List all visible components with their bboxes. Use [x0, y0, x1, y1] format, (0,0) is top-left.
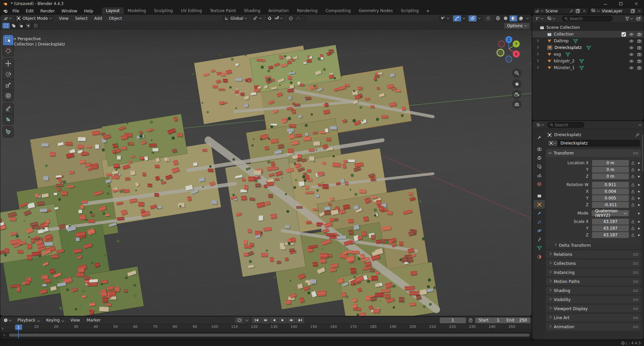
- use-preview-range-toggle[interactable]: [468, 318, 473, 323]
- viewport-menu-select[interactable]: Select: [72, 16, 91, 21]
- shading-material-preview[interactable]: [509, 15, 517, 21]
- field-value[interactable]: 43.197: [592, 219, 629, 225]
- disable-render-icon[interactable]: [637, 59, 642, 63]
- properties-tab-constraints[interactable]: [534, 235, 545, 243]
- properties-tab-particles[interactable]: [534, 218, 545, 226]
- panel-shading[interactable]: Shading: [546, 287, 641, 294]
- minimize-button[interactable]: [598, 0, 613, 7]
- timeline-menu-playback[interactable]: Playback: [14, 318, 43, 323]
- animate-dot[interactable]: [638, 234, 640, 236]
- pin-icon[interactable]: [635, 133, 640, 137]
- panel-visibility[interactable]: Visibility: [546, 296, 641, 303]
- end-frame-field[interactable]: End250: [503, 318, 530, 323]
- timeline-menu-marker[interactable]: Marker: [83, 318, 104, 323]
- tool-select-box[interactable]: [3, 35, 13, 45]
- proportional-editing[interactable]: [286, 15, 306, 21]
- hide-eye-icon[interactable]: [629, 32, 634, 37]
- viewport-menu-view[interactable]: View: [56, 16, 72, 21]
- animate-dot[interactable]: [638, 204, 640, 206]
- timeline-menu-keying[interactable]: Keying: [43, 318, 67, 323]
- timeline-menu-view[interactable]: View: [67, 318, 83, 323]
- previous-keyframe-button[interactable]: [261, 317, 269, 323]
- navigation-gizmo[interactable]: ZYX: [495, 34, 524, 63]
- tab-animation[interactable]: Animation: [264, 7, 293, 14]
- options-button[interactable]: Options: [504, 23, 530, 29]
- properties-scrollbar[interactable]: [642, 134, 643, 171]
- lock-icon[interactable]: [629, 203, 637, 207]
- panel-relations[interactable]: Relations: [546, 250, 641, 258]
- unlink-scene-button[interactable]: ✕: [582, 9, 587, 13]
- current-frame-field[interactable]: 1: [440, 318, 466, 323]
- delta-transform-subpanel[interactable]: Delta Transform: [546, 241, 641, 249]
- lock-icon[interactable]: [629, 226, 637, 231]
- disable-render-icon[interactable]: [637, 52, 642, 57]
- transform-orientation-selector[interactable]: Global: [222, 15, 249, 21]
- lock-icon[interactable]: [629, 161, 637, 165]
- shading-rendered[interactable]: [517, 15, 525, 21]
- panel-collections[interactable]: Collections: [546, 260, 641, 267]
- editor-type-button[interactable]: [2, 16, 12, 21]
- select-mode-intersect[interactable]: [32, 23, 39, 28]
- outliner-row-collection[interactable]: Collection: [532, 31, 644, 38]
- viewport-menu-object[interactable]: Object: [105, 16, 125, 21]
- field-value[interactable]: 0.004: [592, 188, 629, 194]
- object-visibility-selector[interactable]: [438, 15, 451, 21]
- tab-scripting[interactable]: Scripting: [397, 7, 423, 14]
- animate-dot[interactable]: [638, 162, 640, 164]
- tool-scale[interactable]: [3, 80, 13, 90]
- viewport-menu-add[interactable]: Add: [91, 16, 105, 21]
- select-mode-extend[interactable]: [10, 23, 17, 28]
- hide-eye-icon[interactable]: [629, 46, 634, 50]
- snap-controls[interactable]: [265, 15, 284, 21]
- select-mode-set[interactable]: [2, 23, 10, 28]
- panel-drag-handle[interactable]: [633, 152, 638, 154]
- mode-selector[interactable]: Object Mode: [14, 15, 54, 21]
- panel-drag-handle[interactable]: [633, 280, 638, 283]
- properties-tab-collection[interactable]: [534, 191, 545, 200]
- editor-type-button[interactable]: [535, 123, 545, 127]
- show-overlays-toggle[interactable]: [469, 15, 477, 21]
- region-collapse-arrow[interactable]: ‹: [530, 62, 531, 66]
- keying-set-dropdown[interactable]: [244, 317, 250, 323]
- tab-compositing[interactable]: Compositing: [321, 7, 355, 14]
- lock-icon[interactable]: [629, 168, 637, 172]
- outliner-search[interactable]: [562, 16, 613, 21]
- panel-drag-handle[interactable]: [633, 271, 638, 274]
- field-value[interactable]: 0.911: [592, 182, 629, 188]
- display-mode-button[interactable]: [546, 16, 556, 21]
- panel-drag-handle[interactable]: [633, 253, 638, 255]
- tab-sculpting[interactable]: Sculpting: [150, 7, 177, 14]
- field-value[interactable]: 0.005: [592, 195, 629, 201]
- tab-texture-paint[interactable]: Texture Paint: [206, 7, 240, 14]
- field-value[interactable]: 0 m: [592, 167, 629, 173]
- outliner-row-esg[interactable]: esg: [532, 51, 644, 58]
- properties-tab-physics[interactable]: [534, 226, 545, 235]
- properties-tab-modifiers[interactable]: [534, 209, 545, 217]
- current-frame-marker[interactable]: 1: [15, 325, 22, 330]
- outliner-row-münster_1[interactable]: Münster_1: [532, 64, 644, 71]
- properties-tab-world[interactable]: [534, 180, 545, 188]
- properties-search-input[interactable]: [555, 123, 582, 127]
- animate-dot[interactable]: [638, 228, 640, 229]
- lock-icon[interactable]: [629, 183, 637, 187]
- tool-cursor[interactable]: [3, 46, 13, 56]
- shading-solid[interactable]: [502, 15, 509, 21]
- panel-drag-handle[interactable]: [633, 316, 638, 319]
- tool-annotate[interactable]: [3, 103, 13, 114]
- exclude-checkbox[interactable]: [622, 32, 626, 37]
- jump-to-end-button[interactable]: [296, 317, 304, 323]
- animate-dot[interactable]: [638, 213, 640, 214]
- animate-dot[interactable]: [638, 221, 640, 223]
- pin-icon[interactable]: [570, 9, 574, 13]
- next-keyframe-button[interactable]: [287, 317, 296, 323]
- lock-icon[interactable]: [629, 174, 637, 179]
- show-gizmo-toggle[interactable]: [453, 15, 461, 21]
- tab-geometry-nodes[interactable]: Geometry Nodes: [355, 7, 397, 14]
- outliner-row-königstr_2[interactable]: königstr_2: [532, 58, 644, 64]
- remove-viewlayer-button[interactable]: ✕: [637, 9, 642, 13]
- tool-measure[interactable]: [3, 114, 13, 124]
- disable-render-icon[interactable]: [637, 32, 642, 37]
- properties-tab-scene[interactable]: [534, 171, 545, 179]
- field-value[interactable]: 43.197: [592, 232, 629, 238]
- shading-wireframe[interactable]: [494, 15, 502, 21]
